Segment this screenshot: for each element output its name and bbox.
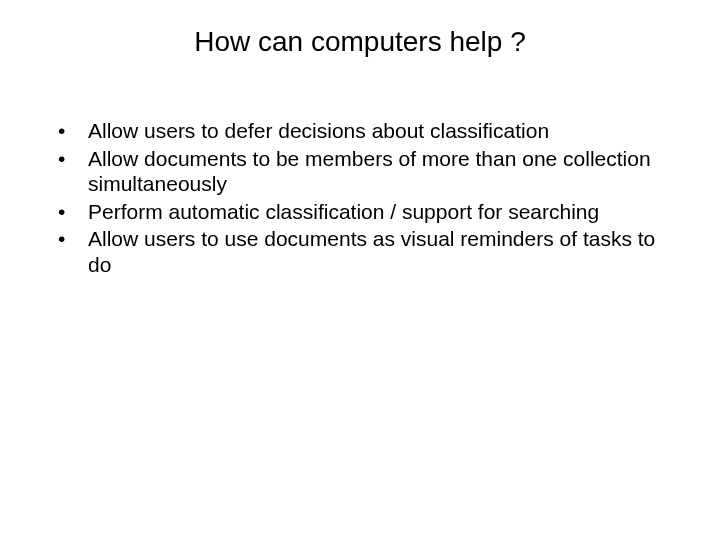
bullet-text: Allow users to defer decisions about cla… [88, 118, 666, 144]
bullet-text: Perform automatic classification / suppo… [88, 199, 666, 225]
bullet-icon: • [54, 118, 88, 144]
list-item: • Allow documents to be members of more … [54, 146, 666, 197]
list-item: • Perform automatic classification / sup… [54, 199, 666, 225]
bullet-icon: • [54, 226, 88, 252]
list-item: • Allow users to defer decisions about c… [54, 118, 666, 144]
slide-title: How can computers help ? [0, 26, 720, 58]
list-item: • Allow users to use documents as visual… [54, 226, 666, 277]
slide-body: • Allow users to defer decisions about c… [54, 118, 666, 280]
bullet-icon: • [54, 199, 88, 225]
bullet-icon: • [54, 146, 88, 172]
slide: How can computers help ? • Allow users t… [0, 0, 720, 540]
bullet-text: Allow users to use documents as visual r… [88, 226, 666, 277]
bullet-text: Allow documents to be members of more th… [88, 146, 666, 197]
